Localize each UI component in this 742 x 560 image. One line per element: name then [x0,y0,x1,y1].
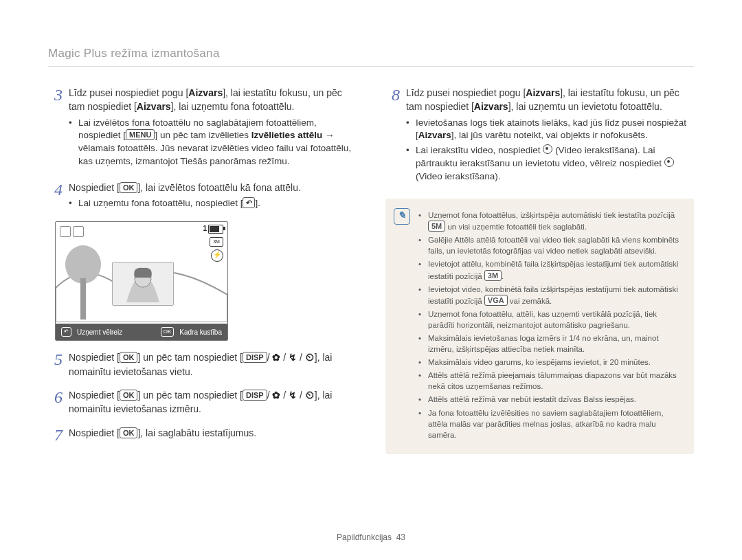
note-item: Ja fona fotoattēlu izvēlēsities no savie… [418,407,684,440]
step-bullets: Lai uzņemtu fona fotoattēlu, nospiediet … [69,197,357,210]
retake-label: Uzņemt vēlreiz [77,328,122,336]
resolution-icon: 3M [210,237,223,247]
step-text: Līdz pusei nospiediet pogu [Aizvars], la… [69,86,357,114]
step-body: Nospiediet [OK], lai saglabātu iestatīju… [69,426,357,444]
indicator-icon [73,226,84,237]
bullet-item: Lai uzņemtu fona fotoattēlu, nospiediet … [69,197,357,210]
bullet-item: Lai ierakstītu video, nospiediet (Video … [406,144,694,183]
step-body: Nospiediet [OK] un pēc tam nospiediet [D… [69,388,357,419]
step-body: Nospiediet [OK] un pēc tam nospiediet [D… [69,350,357,381]
tree-illustration [64,244,105,320]
step-number: 3 [48,86,69,174]
svg-point-0 [65,245,101,284]
svg-rect-1 [80,278,86,320]
inset-photo [112,262,174,306]
note-box: ✎Uzņemot fona fotoattēlus, izšķirtspēja … [385,199,694,454]
step-bullets: Lai izvēlētos fona fotoattēlu no saglabā… [69,117,357,169]
step-text: Nospiediet [OK], lai saglabātu iestatīju… [69,426,357,440]
frame-index: 1 [203,225,207,232]
preview-bottom-bar: ↶Uzņemt vēlreizOKKadra kustība [56,324,227,340]
note-item: Maksimālais ievietošanas loga izmērs ir … [418,333,684,355]
page-title: Magic Plus režīma izmantošana [48,47,694,67]
note-item: Attēls attēlā režīmā pieejamais tālummai… [418,370,684,392]
preview-indicators [60,226,84,237]
battery-icon [208,225,223,234]
step-6: 6Nospiediet [OK] un pēc tam nospiediet [… [48,388,357,419]
note-icon: ✎ [394,208,410,225]
ok-key-icon: OK [161,327,175,337]
note-item: Maksimālais video garums, ko iespējams i… [418,357,684,368]
step-text: Nospiediet [OK] un pēc tam nospiediet [D… [69,350,357,379]
note-item: Attēls attēlā režīmā var nebūt iestatīt … [418,394,684,405]
step-5: 5Nospiediet [OK] un pēc tam nospiediet [… [48,350,357,381]
step-4: 4Nospiediet [OK], lai izvēlētos fotoattē… [48,181,357,216]
note-item: Galējie Attēls attēlā fotoattēli vai vid… [418,234,684,256]
step-3: 3Līdz pusei nospiediet pogu [Aizvars], l… [48,86,357,174]
left-column: 3Līdz pusei nospiediet pogu [Aizvars], l… [48,86,357,454]
note-item: Ievietojot attēlu, kombinētā faila izšķi… [418,258,684,281]
right-column: 8Līdz pusei nospiediet pogu [Aizvars], l… [385,86,694,454]
step-8: 8Līdz pusei nospiediet pogu [Aizvars], l… [385,86,694,189]
step-number: 5 [48,350,69,381]
step-number: 6 [48,388,69,419]
indicator-icon [60,226,71,237]
step-number: 7 [48,426,69,444]
step-text: Līdz pusei nospiediet pogu [Aizvars], la… [406,86,694,114]
step-text: Nospiediet [OK], lai izvēlētos fotoattēl… [69,181,357,194]
page-footer: Papildfunkcijas 43 [0,533,742,542]
step-bullets: Ievietošanas logs tiek atainots lielāks,… [406,117,694,183]
note-bullets: Uzņemot fona fotoattēlus, izšķirtspēja a… [418,210,684,440]
footer-page: 43 [396,533,405,542]
step-number: 4 [48,181,69,216]
note-item: Uzņemot fona fotoattēlus, izšķirtspēja a… [418,210,684,232]
step-7: 7Nospiediet [OK], lai saglabātu iestatīj… [48,426,357,444]
step-body: Nospiediet [OK], lai izvēlētos fotoattēl… [69,181,357,216]
bullet-item: Lai izvēlētos fona fotoattēlu no saglabā… [69,117,357,169]
back-key-icon: ↶ [61,327,71,337]
camera-preview: 13M⚡↶Uzņemt vēlreizOKKadra kustība [55,221,228,341]
step-body: Līdz pusei nospiediet pogu [Aizvars], la… [406,86,694,189]
footer-section: Papildfunkcijas [337,533,392,542]
step-number: 8 [385,86,406,189]
step-text: Nospiediet [OK] un pēc tam nospiediet [D… [69,388,357,416]
columns: 3Līdz pusei nospiediet pogu [Aizvars], l… [48,86,694,454]
frame-motion-label: Kadra kustība [179,328,222,336]
note-item: Ievietojot video, kombinētā faila izšķir… [418,284,684,306]
bullet-item: Ievietošanas logs tiek atainots lielāks,… [406,117,694,143]
step-body: Līdz pusei nospiediet pogu [Aizvars], la… [69,86,357,174]
note-item: Uzņemot fona fotoattēlu, attēli, kas uzņ… [418,309,684,331]
